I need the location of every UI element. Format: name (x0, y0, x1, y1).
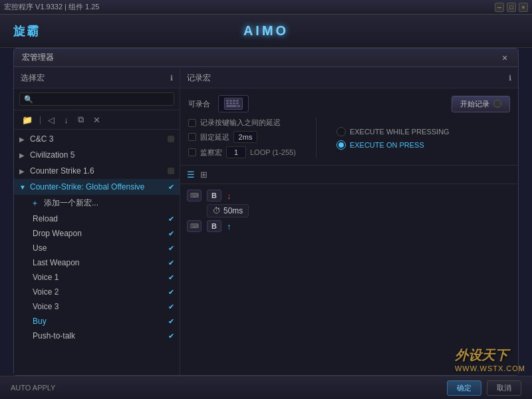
right-info-icon: ℹ (509, 74, 511, 82)
item-name-buy: Buy (33, 317, 164, 326)
list-view-icon[interactable]: ☰ (187, 170, 195, 180)
right-panel-header: 记录宏 ℹ (180, 67, 518, 88)
cb-box-loop (188, 148, 196, 156)
folder-icon[interactable]: 📁 (19, 114, 35, 126)
record-btn-label: 开始记录 (460, 99, 489, 109)
record-indicator (493, 100, 501, 108)
item-name-voice1: Voice 1 (33, 273, 164, 282)
cb-loop[interactable]: 监察宏 LOOP (1-255) (188, 146, 296, 158)
radio-execute-while-pressing[interactable]: EXECUTE WHILE PRESSING (336, 127, 450, 136)
title-bar-left: 宏控程序 V1.9332 | 组件 1.25 (4, 2, 99, 12)
apply-button[interactable]: 确定 (447, 380, 481, 396)
maximize-button[interactable]: □ (507, 3, 516, 12)
list-item-buy[interactable]: Buy ✔ (14, 314, 180, 329)
bottom-bar: AUTO APPLY 确定 取消 (0, 376, 532, 399)
delete-icon[interactable]: ✕ (90, 114, 103, 126)
list-item-pushtotalk[interactable]: Push-to-talk ✔ (14, 329, 180, 343)
radio-outer-while (336, 127, 346, 136)
color-dot-cc3 (168, 136, 174, 142)
item-name-reload: Reload (33, 214, 164, 223)
close-button[interactable]: × (519, 3, 528, 12)
event-keyboard-icon-3: ⌨ (187, 220, 201, 232)
add-macro-item[interactable]: + 添加一个新宏... (14, 195, 180, 211)
radio-options-group: EXECUTE WHILE PRESSING EXECUTE ON PRESS (336, 127, 450, 150)
cb-record-delay[interactable]: 记录按键输入之间的延迟 (188, 118, 296, 128)
copy-icon[interactable]: ⧉ (75, 113, 86, 126)
record-section: 可录合 (180, 88, 518, 166)
radio-inner-onpress (338, 142, 344, 148)
group-item-civ5[interactable]: ▶ Civilization 5 (14, 147, 180, 163)
watermark: 外设天下 WWW.WSTX.COM (455, 346, 525, 372)
list-item-voice2[interactable]: Voice 2 ✔ (14, 285, 180, 299)
expand-arrow-cc3: ▶ (19, 136, 26, 143)
macro-toolbar-row: 📁 | ◁ ↓ ⧉ ✕ (14, 110, 180, 130)
expand-arrow-cs16: ▶ (19, 168, 26, 175)
group-name-civ5: Civilization 5 (30, 150, 174, 160)
dialog-close-button[interactable]: × (499, 53, 510, 63)
macro-manager-dialog: 宏管理器 × 选择宏 ℹ 📁 | ◁ ↓ ⧉ ✕ (13, 48, 519, 376)
download-icon[interactable]: ↓ (61, 114, 71, 126)
macro-list: ▶ C&C 3 ▶ Civilization 5 ▶ Counter Strik… (14, 130, 180, 375)
list-item-use[interactable]: Use ✔ (14, 241, 180, 255)
title-bar-controls: ─ □ × (495, 3, 528, 12)
right-panel: 记录宏 ℹ 可录合 (180, 67, 518, 375)
check-reload: ✔ (168, 215, 174, 223)
group-item-cc3[interactable]: ▶ C&C 3 (14, 131, 180, 147)
radio-outer-onpress (336, 140, 346, 150)
check-lastweapon: ✔ (168, 259, 174, 267)
list-item-reload[interactable]: Reload ✔ (14, 211, 180, 226)
list-item-lastweapon[interactable]: Last Weapon ✔ (14, 255, 180, 270)
dialog-body: 选择宏 ℹ 📁 | ◁ ↓ ⧉ ✕ ▶ C&C 3 (14, 67, 518, 375)
checkbox-group: 记录按键输入之间的延迟 固定延迟 监察宏 LOOP (1-255) (188, 118, 296, 158)
timer-value: 50ms (223, 206, 243, 215)
title-bar: 宏控程序 V1.9332 | 组件 1.25 ─ □ × (0, 0, 532, 15)
cb-label-delay: 记录按键输入之间的延迟 (200, 118, 281, 128)
list-item-voice3[interactable]: Voice 3 ✔ (14, 299, 180, 314)
check-buy: ✔ (168, 317, 174, 326)
left-panel-header: 选择宏 ℹ (14, 67, 180, 88)
check-voice2: ✔ (168, 288, 174, 297)
event-key-b-down: B (207, 190, 221, 201)
color-dot-cs16 (168, 168, 174, 174)
search-input[interactable] (19, 92, 174, 106)
cancel-button[interactable]: 取消 (487, 380, 521, 396)
check-voice1: ✔ (168, 273, 174, 282)
options-row: 记录按键输入之间的延迟 固定延迟 监察宏 LOOP (1-255) (188, 118, 510, 158)
add-macro-label: 添加一个新宏... (44, 198, 174, 209)
radio-label-on-press: EXECUTE ON PRESS (350, 141, 424, 149)
macro-event-toolbar: ☰ ⊞ (180, 166, 518, 184)
group-item-cs16[interactable]: ▶ Counter Strike 1.6 (14, 163, 180, 179)
expand-arrow-csgo: ▼ (19, 184, 26, 191)
csgo-check-icon: ✔ (168, 183, 174, 192)
group-item-csgo[interactable]: ▼ Counter-Strike: Global Offensive ✔ (14, 179, 180, 195)
loop-count-input[interactable] (226, 146, 246, 158)
timer-icon: ⏱ (213, 206, 221, 215)
check-dropweapon: ✔ (168, 229, 174, 238)
event-key-b-up: B (207, 220, 221, 232)
search-bar (14, 88, 180, 110)
macro-event-row-2: ⏱ 50ms (187, 204, 511, 217)
list-item-voice1[interactable]: Voice 1 ✔ (14, 270, 180, 285)
check-use: ✔ (168, 244, 174, 253)
item-name-lastweapon: Last Weapon (33, 258, 164, 267)
grid-view-icon[interactable]: ⊞ (200, 170, 207, 180)
left-panel-title: 选择宏 (21, 72, 45, 84)
cb-label-loop: 监察宏 (200, 148, 222, 158)
cb-box-delay (188, 119, 196, 127)
fixed-delay-input[interactable] (233, 131, 257, 143)
expand-arrow-civ5: ▶ (19, 152, 26, 159)
watermark-sub-text: WWW.WSTX.COM (455, 364, 525, 372)
list-item-dropweapon[interactable]: Drop Weapon ✔ (14, 226, 180, 241)
item-name-dropweapon: Drop Weapon (33, 229, 164, 238)
vertical-divider (316, 118, 317, 158)
radio-label-while-pressing: EXECUTE WHILE PRESSING (350, 128, 450, 136)
app-header: 旋霸 AIMO (0, 15, 532, 48)
start-record-button[interactable]: 开始记录 (452, 96, 510, 112)
share-icon[interactable]: ◁ (45, 114, 57, 126)
minimize-button[interactable]: ─ (495, 3, 504, 12)
keyboard-icon-box (218, 95, 249, 112)
event-arrow-down: ↓ (227, 191, 231, 201)
cb-label-fixed: 固定延迟 (200, 132, 229, 142)
cb-fixed-delay[interactable]: 固定延迟 (188, 131, 296, 143)
radio-execute-on-press[interactable]: EXECUTE ON PRESS (336, 140, 450, 150)
